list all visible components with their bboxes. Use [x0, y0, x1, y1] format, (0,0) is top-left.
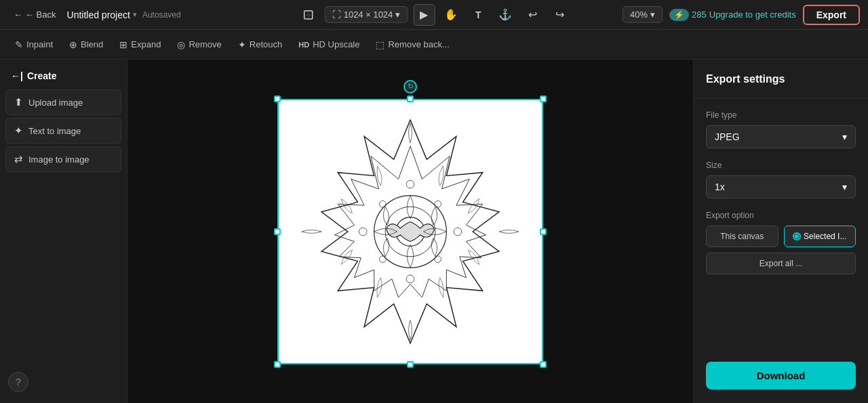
handle-middle-right[interactable]: [540, 228, 547, 235]
blend-label: Blend: [81, 39, 103, 49]
project-name[interactable]: Untitled project ▾: [67, 9, 137, 20]
this-canvas-label: This canvas: [720, 232, 764, 241]
export-panel-title: Export settings: [706, 73, 856, 85]
size-section: Size 1x ▾: [706, 161, 856, 198]
svg-point-6: [406, 180, 414, 188]
size-value: 1x: [715, 182, 725, 192]
create-label: Create: [27, 70, 57, 81]
remove-button[interactable]: ◎ Remove: [170, 36, 228, 54]
upscale-label: HD Upscale: [313, 39, 359, 49]
image-to-image-icon: ⇄: [14, 153, 23, 165]
help-button[interactable]: ?: [8, 372, 28, 392]
select-tool-button[interactable]: ▶: [413, 4, 435, 26]
sidebar-item-text-to-image[interactable]: ✦ Text to image: [5, 118, 121, 144]
chevron-down-icon: ▾: [133, 10, 137, 19]
resize-tool-button[interactable]: [298, 4, 319, 26]
undo-button[interactable]: ↩: [521, 4, 543, 26]
inpaint-button[interactable]: ✎ Inpaint: [8, 36, 60, 54]
sidebar-item-image-to-image[interactable]: ⇄ Image to image: [5, 146, 121, 172]
expand-button[interactable]: ⊞ Expand: [113, 36, 167, 54]
upgrade-label: Upgrade to get credits: [709, 9, 796, 20]
spacer: [706, 287, 856, 349]
svg-point-11: [435, 200, 441, 207]
export-option-section: Export option This canvas Selected I... …: [706, 211, 856, 274]
divider: [694, 98, 868, 98]
svg-point-13: [435, 255, 441, 262]
blend-button[interactable]: ⊕ Blend: [62, 36, 110, 54]
remove-label: Remove: [189, 39, 221, 49]
handle-top-left[interactable]: [274, 96, 281, 102]
selected-button[interactable]: Selected I...: [784, 226, 856, 247]
svg-point-10: [379, 200, 386, 207]
handle-top-right[interactable]: [540, 96, 547, 102]
zoom-selector[interactable]: 40% ▾: [623, 6, 663, 23]
resize-icon: ⛶: [332, 9, 341, 20]
remove-bg-icon: ⬚: [376, 39, 384, 50]
canvas-size-selector[interactable]: ⛶ 1024 × 1024 ▾: [325, 6, 408, 23]
remove-icon: ◎: [177, 39, 185, 50]
handle-bottom-left[interactable]: [274, 361, 281, 368]
chevron-down-icon: ▾: [842, 131, 847, 142]
retouch-icon: ✦: [238, 39, 246, 50]
text-tool-button[interactable]: T: [467, 4, 489, 26]
canvas-area[interactable]: ↻: [127, 60, 693, 403]
export-all-label: Export all ...: [760, 259, 802, 268]
back-button[interactable]: ← ← Back: [8, 7, 62, 22]
back-label: ← Back: [25, 9, 56, 20]
handle-middle-top[interactable]: [407, 96, 414, 102]
handle-middle-left[interactable]: [274, 228, 281, 235]
file-type-selector[interactable]: JPEG ▾: [706, 125, 856, 148]
rotate-handle[interactable]: ↻: [403, 80, 417, 93]
chevron-down-icon: ▾: [650, 9, 655, 20]
size-label: Size: [706, 161, 856, 170]
image-to-image-label: Image to image: [28, 154, 90, 165]
sidebar-item-upload-image[interactable]: ⬆ Upload image: [5, 89, 121, 115]
text-to-image-icon: ✦: [14, 125, 23, 137]
canvas-wrapper: ↻: [277, 99, 543, 364]
back-arrow-icon: ←: [14, 9, 22, 20]
export-all-row: Export all ...: [706, 253, 856, 274]
credits-count: 285: [692, 9, 707, 20]
topbar-right: 40% ▾ ⚡ 285 Upgrade to get credits Expor…: [623, 5, 860, 25]
autosaved-label: Autosaved: [142, 10, 181, 20]
expand-icon: ⊞: [119, 39, 127, 50]
sidebar: ←| Create ⬆ Upload image ✦ Text to image…: [0, 60, 127, 403]
svg-point-8: [359, 228, 367, 236]
file-type-label: File type: [706, 110, 856, 120]
inpaint-icon: ✎: [15, 39, 23, 50]
topbar: ← ← Back Untitled project ▾ Autosaved ⛶ …: [0, 0, 868, 30]
sidebar-header: ←| Create: [5, 68, 121, 87]
handle-middle-bottom[interactable]: [407, 361, 414, 368]
svg-point-12: [379, 255, 386, 262]
size-selector[interactable]: 1x ▾: [706, 175, 856, 198]
export-button[interactable]: Export: [803, 5, 860, 25]
redo-button[interactable]: ↪: [549, 4, 570, 26]
credits-display[interactable]: ⚡ 285 Upgrade to get credits: [669, 9, 796, 21]
expand-label: Expand: [131, 39, 161, 49]
zoom-value: 40%: [630, 9, 648, 20]
upload-icon: ⬆: [14, 96, 23, 108]
export-panel: Export settings File type JPEG ▾ Size 1x…: [693, 60, 868, 403]
create-icon: ←|: [11, 70, 23, 81]
file-type-section: File type JPEG ▾: [706, 110, 856, 148]
selected-label: Selected I...: [804, 232, 846, 241]
file-type-value: JPEG: [715, 131, 740, 142]
canvas-image[interactable]: [277, 99, 543, 364]
chevron-down-icon: ▾: [395, 9, 400, 20]
handle-bottom-right[interactable]: [540, 361, 547, 368]
export-option-row: This canvas Selected I...: [706, 226, 856, 247]
blend-icon: ⊕: [69, 39, 77, 50]
text-to-image-label: Text to image: [28, 126, 81, 136]
remove-bg-button[interactable]: ⬚ Remove back...: [369, 36, 456, 54]
link-tool-button[interactable]: ⚓: [494, 4, 516, 26]
upscale-button[interactable]: HD HD Upscale: [292, 36, 366, 53]
retouch-button[interactable]: ✦ Retouch: [231, 36, 289, 54]
topbar-center: ⛶ 1024 × 1024 ▾ ▶ ✋ T ⚓ ↩ ↪: [298, 4, 571, 26]
export-all-button[interactable]: Export all ...: [706, 253, 856, 274]
upscale-icon: HD: [298, 41, 309, 49]
radio-selected-icon: [793, 232, 801, 240]
help-icon: ?: [16, 377, 21, 387]
this-canvas-button[interactable]: This canvas: [706, 226, 778, 247]
hand-tool-button[interactable]: ✋: [440, 4, 462, 26]
download-button[interactable]: Download: [706, 362, 856, 389]
